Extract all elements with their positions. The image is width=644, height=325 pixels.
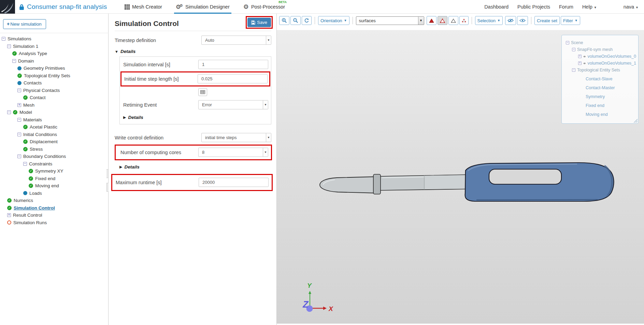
details-toggle-expanded[interactable]: ▼ Details [115, 49, 271, 54]
sidebar-resize-handle[interactable] [106, 183, 109, 192]
app-logo[interactable] [0, 0, 15, 14]
tree-item-physical-contacts[interactable]: Physical Contacts [0, 87, 109, 94]
show-all-button[interactable] [517, 16, 528, 25]
expand-icon[interactable] [17, 103, 21, 107]
tree-item-symmetry-xy[interactable]: Symmetry XY [0, 167, 109, 175]
panel-resize-handle[interactable] [106, 169, 109, 178]
link-public-projects[interactable]: Public Projects [517, 4, 550, 10]
collapse-icon[interactable] [12, 59, 16, 63]
save-button[interactable]: Save [247, 18, 271, 27]
scene-item-moving-end[interactable]: Moving end [565, 111, 636, 118]
details-toggle-collapsed-2[interactable]: ▶ Details [119, 164, 271, 170]
tree-item-simulations[interactable]: Simulations [0, 35, 109, 43]
table-input-button[interactable] [198, 88, 207, 96]
computing-cores-select[interactable]: 8 ▼ [198, 148, 268, 157]
collapse-icon[interactable] [23, 162, 27, 166]
chevron-down-icon: ▼ [344, 19, 347, 22]
user-menu[interactable]: nava▼ [624, 4, 639, 10]
tree-item-simulation-control[interactable]: Simulation Control [0, 204, 109, 212]
tree-item-simulation-1[interactable]: Simulation 1 [0, 43, 109, 50]
tab-post-processor[interactable]: ⚙ Post-Processor BETA [242, 0, 286, 14]
tree-item-geometry-primitives[interactable]: Geometry Primitives [0, 65, 109, 72]
field-label: Number of computing cores [120, 150, 198, 155]
tree-item-materials[interactable]: Materials [0, 116, 109, 124]
link-forum[interactable]: Forum [559, 4, 573, 10]
hide-selection-button[interactable] [505, 16, 516, 25]
create-set-button[interactable]: Create set [534, 16, 560, 25]
collapse-icon[interactable] [7, 110, 11, 114]
field-write-control: Write control definition initial time st… [115, 133, 271, 142]
eye-icon[interactable] [583, 62, 586, 65]
zoom-in-button[interactable] [279, 16, 289, 25]
render-canvas[interactable]: Scene SnapFit-sym mesh volumeOnGeoVolume… [277, 30, 644, 324]
retiming-event-select[interactable]: Error ▼ [198, 100, 268, 109]
tab-simulation-designer[interactable]: ⚙⚙ Simulation Designer [175, 0, 231, 14]
tree-item-topological-entity-sets[interactable]: Topological Entity Sets [0, 72, 109, 80]
collapse-icon[interactable] [566, 41, 569, 44]
filter-button[interactable]: Filter ▼ [561, 16, 580, 25]
tree-item-model[interactable]: Model [0, 109, 109, 116]
scene-item-topological-sets[interactable]: Topological Entity Sets [565, 67, 636, 73]
expand-icon[interactable] [578, 62, 582, 65]
tree-item-stress[interactable]: Stress [0, 146, 109, 153]
collapse-icon[interactable] [7, 44, 11, 48]
tree-item-contact[interactable]: Contact [0, 94, 109, 101]
outline-triangle-icon [451, 18, 456, 23]
scene-item-fixed-end[interactable]: Fixed end [565, 102, 636, 109]
select-edges-button[interactable] [448, 16, 458, 25]
render-mode-select[interactable]: surfaces ▼ [356, 16, 424, 25]
scene-item-symmetry[interactable]: Symmetry [565, 93, 636, 100]
field-label: Initial time step length [s] [124, 76, 198, 82]
expand-icon[interactable] [7, 213, 11, 217]
refresh-view-button[interactable] [302, 16, 312, 25]
select-nodes-button[interactable] [459, 16, 469, 25]
timestep-definition-select[interactable]: Auto ▼ [201, 36, 271, 45]
select-faces-button[interactable] [438, 16, 447, 25]
details-toggle-collapsed[interactable]: ▶ Details [123, 115, 268, 120]
scene-item-volume-1[interactable]: volumeOnGeoVolumes_1 [565, 60, 636, 67]
scene-panel-resize-handle[interactable] [633, 119, 638, 123]
tab-mesh-creator[interactable]: Mesh Creator [124, 0, 163, 14]
collapse-icon[interactable] [17, 154, 21, 158]
simulation-interval-input[interactable] [198, 60, 268, 69]
collapse-icon[interactable] [2, 37, 5, 41]
tree-item-displacement[interactable]: Displacement [0, 138, 109, 146]
scene-item-contact-master[interactable]: Contact-Master [565, 84, 636, 91]
expand-icon[interactable] [578, 55, 582, 58]
eye-icon[interactable] [583, 55, 586, 58]
tree-item-result-control[interactable]: Result Control [0, 212, 109, 219]
tree-item-acetal-plastic[interactable]: Acetal Plastic [0, 123, 109, 131]
scene-item-contact-slave[interactable]: Contact-Slave [565, 76, 636, 82]
selection-button[interactable]: Selection ▼ [475, 16, 503, 25]
tree-item-contacts[interactable]: Contacts [0, 79, 109, 87]
tree-item-numerics[interactable]: Numerics [0, 197, 109, 204]
tree-item-initial-conditions[interactable]: Initial Conditions [0, 131, 109, 138]
tree-item-boundary-conditions[interactable]: Boundary Conditions [0, 153, 109, 160]
tree-item-analysis-type[interactable]: Analysis Type [0, 50, 109, 57]
write-control-select[interactable]: initial time steps ▼ [201, 133, 271, 142]
tree-item-domain[interactable]: Domain [0, 57, 109, 65]
select-volumes-button[interactable] [427, 16, 437, 25]
link-dashboard[interactable]: Dashboard [484, 4, 509, 10]
tree-item-constraints[interactable]: Constraints [0, 160, 109, 168]
maximum-runtime-input[interactable] [199, 178, 269, 187]
gear-icon: ⚙ [243, 4, 249, 10]
collapse-icon[interactable] [17, 118, 21, 122]
tree-item-simulation-runs[interactable]: Simulation Runs [0, 219, 109, 227]
scene-item-volume-0[interactable]: volumeOnGeoVolumes_0 [565, 53, 636, 60]
initial-time-step-input[interactable] [198, 74, 268, 83]
collapse-icon[interactable] [17, 89, 21, 92]
collapse-icon[interactable] [572, 48, 575, 51]
scene-item-scene[interactable]: Scene [565, 39, 636, 46]
tree-item-mesh[interactable]: Mesh [0, 101, 109, 109]
collapse-icon[interactable] [17, 133, 21, 136]
tree-item-fixed-end[interactable]: Fixed end [0, 175, 109, 182]
tree-item-loads[interactable]: Loads [0, 190, 109, 197]
new-simulation-button[interactable]: + New simulation [3, 19, 46, 29]
tree-item-moving-end[interactable]: Moving end [0, 182, 109, 190]
zoom-out-button[interactable] [290, 16, 301, 25]
scene-item-mesh[interactable]: SnapFit-sym mesh [565, 46, 636, 53]
collapse-icon[interactable] [572, 68, 575, 72]
orientation-button[interactable]: Orientation ▼ [318, 16, 349, 25]
help-menu[interactable]: Help▼ [582, 4, 597, 10]
